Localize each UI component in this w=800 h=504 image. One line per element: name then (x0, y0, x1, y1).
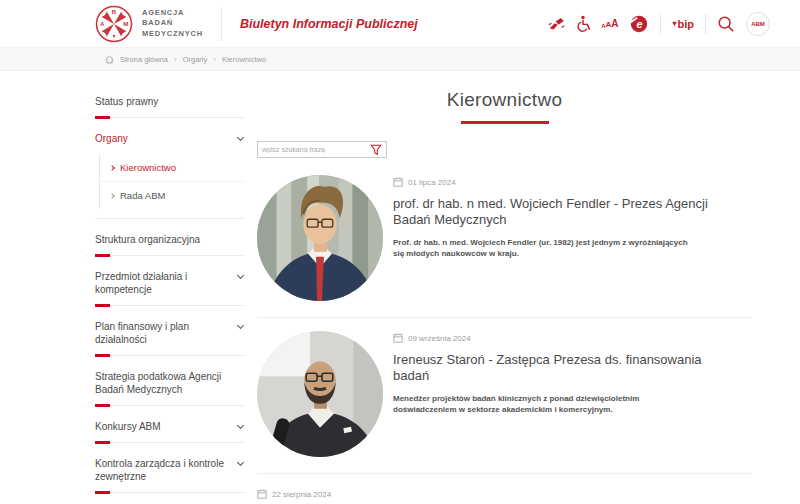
sidebar-subitem-kierownictwo[interactable]: Kierownictwo (100, 154, 245, 182)
toolbar-separator (705, 14, 706, 34)
home-icon[interactable] (105, 55, 114, 64)
sidebar-section: Konkursy ABM (95, 420, 245, 446)
org-name-line1: AGENCJA (142, 8, 203, 19)
epuap-letter: e (637, 17, 643, 29)
sidebar-divider (95, 405, 245, 409)
sidebar-item-label: Konkursy ABM (95, 420, 161, 433)
sidebar-item-label: Przedmiot działania i kompetencje (95, 270, 238, 296)
chevron-right-icon (109, 193, 115, 199)
article-date: 09 września 2024 (408, 334, 471, 343)
subitem-label: Rada ABM (120, 190, 165, 201)
logo-letter-b: B (112, 8, 117, 15)
sidebar-divider (95, 117, 245, 121)
sidebar-divider (95, 355, 245, 359)
article-body: 01 lipca 2024 prof. dr hab. n med. Wojci… (393, 175, 752, 301)
sidebar-subitem-rada-abm[interactable]: Rada ABM (100, 182, 245, 209)
site-title: Biuletyn Informacji Publicznej (240, 17, 418, 31)
sidebar-item-strategia[interactable]: Strategia podatkowa Agencji Badań Medycz… (95, 370, 245, 396)
article-date-row: 22 sierpnia 2024 (257, 489, 742, 499)
article-date-row: 09 września 2024 (393, 333, 742, 343)
org-name-line3: MEDYCZNYCH (142, 29, 203, 40)
bip-label: bip (678, 18, 695, 30)
photo-fendler-illustration (257, 175, 383, 301)
profile-photo-fendler (257, 175, 383, 301)
sidebar-divider (95, 442, 245, 446)
chevron-down-icon (237, 134, 244, 141)
search-button[interactable] (717, 15, 735, 33)
list-search-row (257, 141, 752, 158)
sidebar-section: Struktura organizacyjna (95, 233, 245, 259)
sidebar-section: Status prawny (95, 95, 245, 121)
main-content: Kierownictwo (257, 71, 752, 504)
article-third[interactable]: 22 sierpnia 2024 (257, 474, 752, 504)
sidebar-divider (95, 218, 245, 222)
sidebar-section: Strategia podatkowa Agencji Badań Medycz… (95, 370, 245, 409)
org-name: AGENCJA BADAŃ MEDYCZNYCH (142, 8, 203, 40)
sidebar-divider (95, 492, 245, 496)
sign-language-icon (548, 17, 565, 31)
profile-photo-staron (257, 331, 383, 457)
sidebar-nav: Status prawny Organy Kierownictwo Rada A… (95, 71, 245, 504)
sidebar-item-label: Struktura organizacyjna (95, 233, 200, 246)
breadcrumb-home[interactable]: Strona główna (120, 55, 168, 64)
sidebar-divider (95, 305, 245, 309)
toolbar-separator (660, 14, 661, 34)
logo-letter-a: A (100, 20, 105, 27)
sidebar-item-struktura[interactable]: Struktura organizacyjna (95, 233, 245, 246)
article-excerpt: Prof. dr hab. n med. Wojciech Fendler (u… (393, 237, 693, 259)
sidebar-section: Przedmiot działania i kompetencje (95, 270, 245, 309)
list-search-box (257, 141, 387, 158)
chevron-right-icon (109, 165, 115, 171)
article-title[interactable]: prof. dr hab. n med. Wojciech Fendler - … (393, 196, 723, 229)
breadcrumb-separator (213, 55, 216, 64)
epuap-button[interactable]: e (629, 14, 649, 34)
breadcrumb-current: Kierownictwo (222, 55, 266, 64)
article-excerpt: Menedżer projektów badań klinicznych z p… (393, 393, 693, 415)
font-size-button[interactable]: A A A (601, 19, 618, 29)
sidebar-item-przedmiot[interactable]: Przedmiot działania i kompetencje (95, 270, 245, 296)
photo-staron-illustration (257, 331, 383, 457)
wheelchair-icon (576, 15, 590, 32)
calendar-icon (393, 333, 403, 343)
sidebar-item-konkursy[interactable]: Konkursy ABM (95, 420, 245, 433)
search-input[interactable] (262, 146, 370, 153)
search-icon (717, 15, 735, 33)
page-body: Status prawny Organy Kierownictwo Rada A… (0, 71, 800, 504)
sidebar-item-label: Status prawny (95, 95, 158, 108)
article-date: 22 sierpnia 2024 (272, 490, 331, 499)
epuap-icon: e (629, 14, 649, 34)
chevron-down-icon (237, 322, 244, 329)
page-title: Kierownictwo (257, 89, 752, 111)
sidebar-item-organy[interactable]: Organy (95, 132, 245, 145)
article-date: 01 lipca 2024 (408, 178, 456, 187)
breadcrumb-separator (174, 55, 177, 64)
filter-icon[interactable] (370, 144, 382, 156)
article-body: 22 sierpnia 2024 (257, 487, 752, 499)
breadcrumb-organy[interactable]: Organy (183, 55, 208, 64)
accessibility-button[interactable] (576, 15, 590, 32)
sidebar-item-label: Kontrola zarządcza i kontrole zewnętrzne (95, 457, 238, 483)
agency-logo[interactable]: B A M AGENCJA BADAŃ MEDYCZNYCH (95, 5, 203, 43)
site-header: B A M AGENCJA BADAŃ MEDYCZNYCH Biuletyn … (0, 0, 800, 47)
chevron-down-icon (237, 422, 244, 429)
abm-profile-button[interactable]: ABM (746, 12, 770, 36)
sidebar-item-plan-finansowy[interactable]: Plan finansowy i plan działalności (95, 320, 245, 346)
chevron-down-icon (237, 272, 244, 279)
sidebar-item-kontrola[interactable]: Kontrola zarządcza i kontrole zewnętrzne (95, 457, 245, 483)
bip-flag-icon: ▾ (672, 19, 676, 28)
organy-submenu: Kierownictwo Rada ABM (99, 154, 245, 209)
title-underline (461, 121, 549, 124)
article-staron[interactable]: 09 września 2024 Ireneusz Staroń - Zastę… (257, 318, 752, 474)
font-size-a-large: A (611, 19, 618, 29)
header-divider (221, 7, 222, 41)
breadcrumb: Strona główna Organy Kierownictwo (105, 55, 266, 64)
bip-home-button[interactable]: ▾ bip (672, 18, 694, 30)
breadcrumb-bar: Strona główna Organy Kierownictwo (0, 47, 800, 71)
article-body: 09 września 2024 Ireneusz Staroń - Zastę… (393, 331, 752, 457)
article-title[interactable]: Ireneusz Staroń - Zastępca Prezesa ds. f… (393, 352, 723, 385)
sign-language-button[interactable] (548, 17, 565, 31)
sidebar-section: Kontrola zarządcza i kontrole zewnętrzne (95, 457, 245, 496)
sidebar-item-status-prawny[interactable]: Status prawny (95, 95, 245, 108)
article-fendler[interactable]: 01 lipca 2024 prof. dr hab. n med. Wojci… (257, 162, 752, 318)
sidebar-section: Organy Kierownictwo Rada ABM (95, 132, 245, 222)
